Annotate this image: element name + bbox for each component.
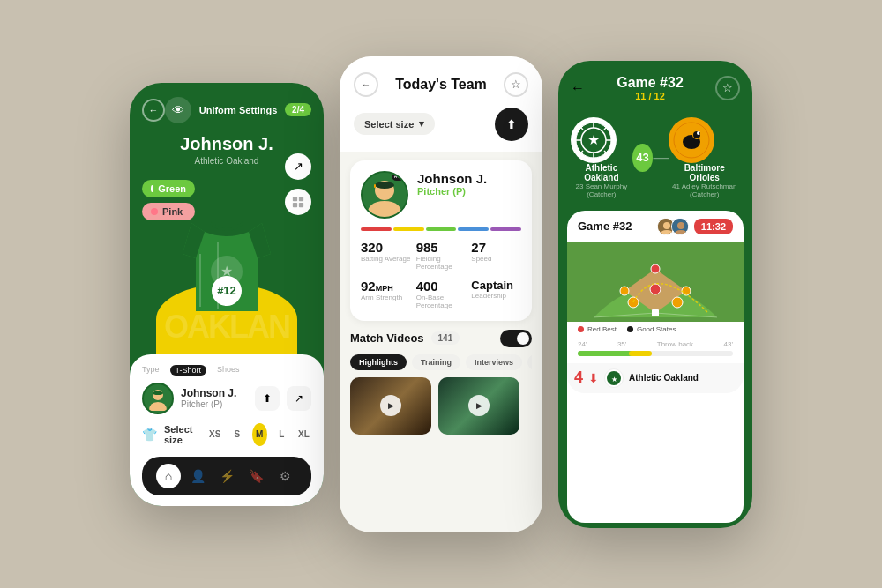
- stat-seg-red: [361, 227, 392, 231]
- stat-seg-green: [426, 227, 457, 231]
- game-card: Game #32: [567, 211, 744, 523]
- score-row-bottom: 4 ⬇ ★ Athletic Oakland: [567, 363, 744, 393]
- filter-tab-highlights[interactable]: Highlights: [350, 354, 407, 370]
- shoes-label: Shoes: [217, 365, 240, 376]
- size-m-active[interactable]: M: [252, 423, 267, 446]
- jersey-area: OAKLAN ★ #12: [130, 171, 324, 354]
- game-subtitle: 11 / 12: [617, 91, 684, 101]
- size-s[interactable]: S: [229, 423, 244, 446]
- select-size-text: Select size: [364, 119, 414, 130]
- player-row: Johnson J. Pitcher (P) ⬆ ↗: [142, 383, 311, 414]
- share-action-icon[interactable]: ⬆: [255, 386, 280, 411]
- video-thumb-1[interactable]: ▶: [350, 377, 431, 435]
- score-number: 4: [574, 368, 583, 387]
- player-num-badge: #12: [392, 171, 408, 181]
- svg-rect-11: [374, 184, 376, 188]
- todays-team-title: Today's Team: [395, 77, 487, 93]
- jersey-number-badge: #12: [212, 276, 242, 306]
- filter-tab-behind[interactable]: Behind the Scenes: [527, 354, 532, 370]
- stats-bar: [361, 227, 521, 231]
- player-name: Johnson J.: [130, 134, 324, 154]
- score-team-logo: ★: [604, 368, 624, 388]
- size-selector: 👕 Select size XS S M L XL: [142, 423, 311, 446]
- nav-settings[interactable]: ⚙: [273, 464, 297, 488]
- play-button-1[interactable]: ▶: [380, 395, 401, 416]
- score-team-name: Athletic Oakland: [629, 373, 699, 383]
- field-svg: [567, 242, 744, 322]
- stat-seg-yellow: [393, 227, 424, 231]
- stat-seg-purple: [490, 227, 521, 231]
- baseball-field: [567, 242, 744, 322]
- stat-ob-val: 400: [416, 279, 467, 294]
- star-button-3[interactable]: ☆: [715, 76, 740, 100]
- size-xs[interactable]: XS: [207, 423, 222, 446]
- stats-grid-2: 92MPH Arm Strength 400 On-Base Percentag…: [361, 279, 521, 310]
- timeline-bar: [578, 351, 733, 356]
- svg-point-44: [620, 287, 629, 295]
- stat-arm-lbl: Arm Strength: [361, 294, 411, 302]
- stat-on-base: 400 On-Base Percentage: [416, 279, 467, 310]
- back-button[interactable]: ←: [142, 99, 165, 122]
- filter-tab-training[interactable]: Training: [412, 354, 460, 370]
- star-button[interactable]: ☆: [504, 72, 528, 97]
- svg-point-30: [663, 222, 670, 229]
- phone-game-32: ← Game #32 11 / 12 ☆ ★: [558, 61, 752, 528]
- match-videos-count: 141: [431, 331, 460, 345]
- phone-uniform-settings: ← 👁 Uniform Settings 2/4 Johnson J. Athl…: [130, 83, 324, 506]
- size-types: Type T-Short Shoes: [142, 365, 311, 376]
- stat-lead-val: Captain: [471, 279, 521, 292]
- stat-fielding-val: 985: [416, 240, 467, 255]
- filter-tab-interviews[interactable]: Interviews: [466, 354, 522, 370]
- step-badge: 2/4: [285, 103, 311, 116]
- tshort-label[interactable]: T-Short: [170, 365, 207, 376]
- legend-red-label: Red Best: [587, 325, 617, 333]
- team1-catcher: 23 Sean Murphy (Catcher): [571, 182, 632, 198]
- back-button-2[interactable]: ←: [354, 72, 378, 97]
- timeline-label-35: 35': [617, 340, 626, 348]
- team2-catcher: 41 Adley Rutschman (Catcher): [669, 182, 740, 198]
- nav-flash[interactable]: ⚡: [214, 464, 239, 488]
- uniform-settings-title: Uniform Settings: [191, 105, 285, 115]
- upload-button[interactable]: ⬆: [495, 108, 528, 141]
- size-xl[interactable]: XL: [296, 423, 311, 446]
- game-title: Game #32 11 / 12: [617, 75, 684, 101]
- match-videos-toggle[interactable]: [500, 330, 532, 347]
- timeline-labels: 24' 35' Throw back 43': [578, 340, 733, 348]
- stat-batting-avg: 320 Batting Average: [361, 240, 411, 272]
- select-size-bar: Select size ▾ ⬆: [340, 108, 542, 152]
- stat-leadership: Captain Leadership: [471, 279, 521, 310]
- eye-icon: 👁: [165, 97, 191, 123]
- player-avatar-small: [142, 383, 174, 414]
- player-card-role: Pitcher (P): [417, 186, 487, 197]
- play-button-2[interactable]: ▶: [468, 395, 490, 416]
- video-thumb-2[interactable]: ▶: [438, 377, 519, 435]
- size-l[interactable]: L: [274, 423, 289, 446]
- stat-speed: 27 Speed: [471, 240, 521, 272]
- svg-point-42: [672, 297, 683, 308]
- select-size-button[interactable]: Select size ▾: [354, 113, 435, 135]
- stat-speed-lbl: Speed: [471, 255, 521, 264]
- nav-profile[interactable]: 👤: [185, 464, 210, 488]
- export-action-icon[interactable]: ↗: [287, 386, 311, 411]
- nav-home[interactable]: ⌂: [156, 464, 181, 488]
- timeline-section: 24' 35' Throw back 43': [567, 337, 744, 363]
- legend-dot-red: [578, 326, 584, 332]
- phone3-header: ← Game #32 11 / 12 ☆: [558, 61, 752, 110]
- player-2-face: [672, 219, 689, 235]
- svg-text:★: ★: [587, 132, 600, 147]
- timeline-yellow-fill: [629, 351, 652, 356]
- vs-dash: —: [653, 148, 669, 167]
- bottom-nav: ⌂ 👤 ⚡ 🔖 ⚙: [142, 457, 311, 495]
- back-button-3[interactable]: ←: [571, 80, 585, 96]
- stat-lead-lbl: Leadership: [471, 292, 521, 301]
- phone1-header: ← 👁 Uniform Settings 2/4: [130, 83, 324, 130]
- nav-bookmark[interactable]: 🔖: [243, 464, 268, 488]
- game-number-title: Game #32: [617, 75, 684, 91]
- stat-fielding-pct: 985 Fielding Percentage: [416, 240, 467, 272]
- match-videos-section: Match Videos 141 Highlights Training Int…: [340, 330, 542, 442]
- chevron-down-icon: ▾: [419, 118, 424, 130]
- teams-section: ★ Athletic Oakland 23 Sean Murphy (Catch…: [558, 110, 752, 205]
- svg-point-7: [153, 391, 163, 395]
- game-card-header: Game #32: [567, 211, 744, 242]
- select-size-label: Select size: [164, 424, 197, 445]
